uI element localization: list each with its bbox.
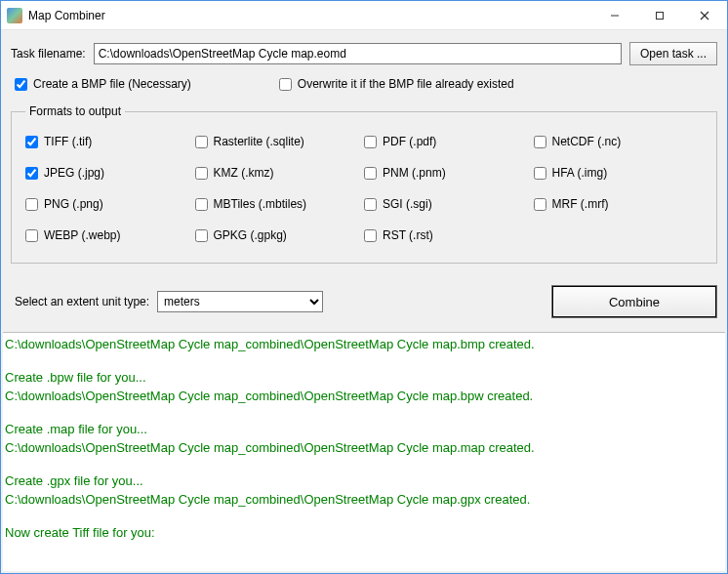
formats-legend: Formats to output [25,104,125,118]
format-box[interactable] [195,136,208,148]
format-label: TIFF (.tif) [44,135,92,148]
log-line: Create .bpw file for you... [5,368,723,388]
format-label: RST (.rst) [383,228,433,242]
log-line [5,510,723,523]
maximize-icon [655,11,665,20]
log-line: C:\downloads\OpenStreetMap Cycle map_com… [5,438,723,458]
format-checkbox[interactable]: HFA (.img) [534,166,704,180]
minimize-icon [610,11,620,20]
format-checkbox[interactable]: PNM (.pnm) [364,166,534,180]
format-box[interactable] [25,229,38,242]
create-bmp-label: Create a BMP file (Necessary) [33,77,191,91]
format-box[interactable] [195,167,208,180]
log-line [5,458,723,472]
format-checkbox[interactable]: NetCDF (.nc) [534,135,704,148]
format-box[interactable] [25,136,38,148]
extent-select[interactable]: meters [157,291,323,312]
app-icon [7,8,22,23]
format-label: KMZ (.kmz) [214,166,274,180]
formats-fieldset: Formats to output TIFF (.tif)Rasterlite … [11,104,717,264]
log-line: Now create Tiff file for you: [5,523,723,543]
maximize-button[interactable] [637,1,682,29]
task-filename-input[interactable] [94,43,622,64]
format-checkbox[interactable]: RST (.rst) [364,228,534,242]
format-label: WEBP (.webp) [44,228,120,242]
client-area: Task filename: Open task ... Create a BM… [1,30,727,573]
format-box[interactable] [195,198,208,211]
formats-grid: TIFF (.tif)Rasterlite (.sqlite)PDF (.pdf… [25,128,703,249]
open-task-button[interactable]: Open task ... [629,42,717,65]
log-line: C:\downloads\OpenStreetMap Cycle map_com… [5,335,723,354]
format-checkbox[interactable]: PNG (.png) [25,197,195,211]
overwrite-label: Overwrite it if the BMP file already exi… [298,77,514,91]
log-line [5,406,723,420]
log-line [5,354,723,368]
format-label: Rasterlite (.sqlite) [214,135,304,148]
format-box[interactable] [25,198,38,211]
format-checkbox[interactable]: JPEG (.jpg) [25,166,195,180]
combine-button[interactable]: Combine [551,285,717,318]
format-label: PDF (.pdf) [383,135,436,148]
overwrite-box[interactable] [279,78,292,91]
format-label: SGI (.sgi) [383,197,432,211]
format-box[interactable] [534,167,546,180]
format-box[interactable] [195,229,208,242]
create-bmp-box[interactable] [15,78,27,91]
log-line: Create .gpx file for you... [5,472,723,491]
task-filename-label: Task filename: [11,47,86,61]
task-row: Task filename: Open task ... [1,30,727,75]
extent-label: Select an extent unit type: [15,295,149,308]
format-checkbox[interactable]: WEBP (.webp) [25,228,195,242]
format-label: MRF (.mrf) [552,197,609,211]
minimize-button[interactable] [592,1,637,29]
spacer [221,77,250,91]
log-line: C:\downloads\OpenStreetMap Cycle map_com… [5,490,723,510]
format-label: JPEG (.jpg) [44,166,104,180]
log-line: C:\downloads\OpenStreetMap Cycle map_com… [5,387,723,406]
format-checkbox[interactable]: GPKG (.gpkg) [195,228,365,242]
window-title: Map Combiner [28,9,592,22]
format-checkbox[interactable]: SGI (.sgi) [364,197,534,211]
format-label: PNM (.pnm) [383,166,446,180]
window-buttons [592,1,727,29]
format-box[interactable] [534,136,546,148]
format-box[interactable] [364,167,377,180]
format-label: GPKG (.gpkg) [214,228,287,242]
extent-row: Select an extent unit type: meters Combi… [1,269,727,332]
format-label: MBTiles (.mbtiles) [214,197,307,211]
format-label: PNG (.png) [44,197,103,211]
overwrite-checkbox[interactable]: Overwrite it if the BMP file already exi… [279,77,514,91]
log-output[interactable]: C:\downloads\OpenStreetMap Cycle map_com… [3,332,725,571]
log-line: Create .map file for you... [5,420,723,439]
bmp-options-row: Create a BMP file (Necessary) Overwrite … [1,75,727,101]
format-box[interactable] [25,167,38,180]
format-checkbox[interactable]: TIFF (.tif) [25,135,195,148]
format-checkbox[interactable]: Rasterlite (.sqlite) [195,135,365,148]
create-bmp-checkbox[interactable]: Create a BMP file (Necessary) [15,77,191,91]
close-button[interactable] [682,1,727,29]
titlebar: Map Combiner [1,1,727,30]
format-checkbox[interactable]: PDF (.pdf) [364,135,534,148]
close-icon [700,11,709,20]
format-label: HFA (.img) [552,166,608,180]
format-box[interactable] [364,136,377,148]
format-checkbox[interactable]: MBTiles (.mbtiles) [195,197,365,211]
format-box[interactable] [364,198,377,211]
app-window: Map Combiner Task filename: Open task ..… [0,0,728,574]
format-box[interactable] [534,198,546,211]
format-checkbox[interactable]: KMZ (.kmz) [195,166,365,180]
format-box[interactable] [364,229,377,242]
svg-rect-1 [657,12,664,19]
format-label: NetCDF (.nc) [552,135,622,148]
format-checkbox[interactable]: MRF (.mrf) [534,197,704,211]
